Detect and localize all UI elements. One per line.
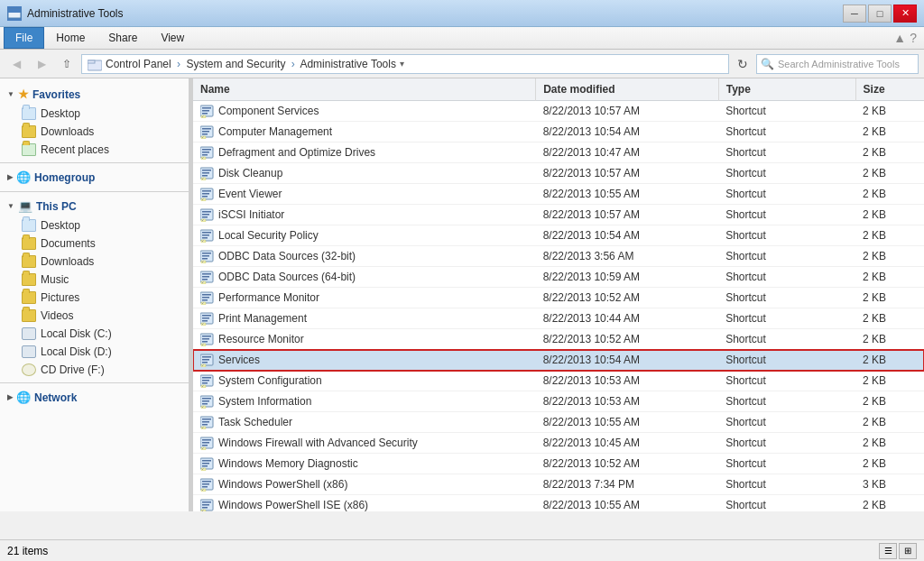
up-button[interactable]: ⇧ — [56, 54, 78, 74]
file-name-cell[interactable]: Performance Monitor — [193, 288, 536, 308]
file-name-cell[interactable]: Defragment and Optimize Drives — [193, 143, 536, 163]
sidebar-item-music[interactable]: Music — [0, 271, 189, 289]
file-icon — [200, 249, 215, 263]
breadcrumb-dropdown-icon[interactable]: ▾ — [400, 59, 404, 69]
file-name-cell[interactable]: Disk Cleanup — [193, 163, 536, 184]
table-row[interactable]: Windows PowerShell ISE (x86) 8/22/2013 1… — [193, 495, 924, 512]
table-row[interactable]: Windows Firewall with Advanced Security … — [193, 433, 924, 454]
item-count: 21 items — [7, 545, 48, 557]
column-header-size[interactable]: Size — [855, 78, 924, 101]
file-name-text: Windows Memory Diagnostic — [218, 457, 358, 470]
file-name-cell[interactable]: Windows Firewall with Advanced Security — [193, 433, 536, 454]
file-name-cell[interactable]: System Configuration — [193, 371, 536, 391]
file-name-cell[interactable]: System Information — [193, 391, 536, 412]
file-name-cell[interactable]: Windows Memory Diagnostic — [193, 454, 536, 474]
table-row[interactable]: Windows PowerShell (x86) 8/22/2013 7:34 … — [193, 474, 924, 495]
search-placeholder: Search Administrative Tools — [778, 59, 900, 69]
svg-rect-50 — [201, 261, 206, 263]
sidebar-section-network[interactable]: ▶ 🌐 Network — [0, 387, 189, 408]
column-header-date[interactable]: Date modified — [536, 78, 719, 101]
svg-rect-103 — [202, 445, 208, 446]
minimize-button[interactable]: ─ — [843, 5, 866, 23]
file-name-cell[interactable]: Computer Management — [193, 122, 536, 143]
title-bar: Administrative Tools ─ □ ✕ — [0, 0, 924, 27]
file-name-text: ODBC Data Sources (64-bit) — [218, 271, 356, 283]
sidebar-divider-2 — [0, 191, 189, 192]
ribbon-collapse-icon[interactable]: ▲ — [893, 31, 906, 45]
search-box[interactable]: 🔍 Search Administrative Tools — [756, 54, 919, 74]
table-row[interactable]: Component Services 8/22/2013 10:57 AM Sh… — [193, 101, 924, 122]
forward-button[interactable]: ▶ — [31, 54, 52, 74]
file-name-cell[interactable]: Services — [193, 350, 536, 371]
table-row[interactable]: Task Scheduler 8/22/2013 10:55 AM Shortc… — [193, 412, 924, 433]
sidebar-item-recent-places[interactable]: Recent places — [0, 141, 189, 159]
file-name-cell[interactable]: Resource Monitor — [193, 329, 536, 350]
sidebar-item-desktop-pc[interactable]: Desktop — [0, 216, 189, 235]
column-header-type[interactable]: Type — [718, 78, 855, 101]
column-header-name[interactable]: Name — [193, 78, 536, 101]
documents-label: Documents — [41, 237, 96, 250]
sidebar-section-favorites[interactable]: ▼ ★ Favorites — [0, 84, 189, 105]
table-row[interactable]: Computer Management 8/22/2013 10:54 AM S… — [193, 122, 924, 143]
file-name-cell[interactable]: Local Security Policy — [193, 225, 536, 246]
file-type-cell: Shortcut — [718, 454, 855, 474]
search-icon: 🔍 — [761, 58, 774, 70]
sidebar-item-videos[interactable]: Videos — [0, 307, 189, 325]
table-row[interactable]: iSCSI Initiator 8/22/2013 10:57 AM Short… — [193, 205, 924, 225]
sidebar-item-local-disk-d[interactable]: Local Disk (D:) — [0, 343, 189, 361]
file-name-cell[interactable]: Windows PowerShell (x86) — [193, 474, 536, 495]
file-date-cell: 8/22/2013 10:57 AM — [536, 163, 719, 184]
table-row[interactable]: Disk Cleanup 8/22/2013 10:57 AM Shortcut… — [193, 163, 924, 184]
maximize-button[interactable]: □ — [868, 5, 892, 23]
svg-rect-66 — [202, 317, 209, 319]
sidebar-item-cd-drive[interactable]: CD Drive (F:) — [0, 361, 189, 379]
desktop-pc-label: Desktop — [41, 219, 80, 232]
table-row[interactable]: System Configuration 8/22/2013 10:53 AM … — [193, 371, 924, 391]
file-name-cell[interactable]: ODBC Data Sources (64-bit) — [193, 267, 536, 288]
table-row[interactable]: Local Security Policy 8/22/2013 10:54 AM… — [193, 225, 924, 246]
tab-view[interactable]: View — [149, 27, 196, 49]
table-row[interactable]: Services 8/22/2013 10:54 AM Shortcut 2 K… — [193, 350, 924, 371]
svg-rect-32 — [201, 198, 206, 201]
table-row[interactable]: Resource Monitor 8/22/2013 10:52 AM Shor… — [193, 329, 924, 350]
network-label: Network — [34, 391, 77, 404]
address-path[interactable]: Control Panel › System and Security › Ad… — [81, 54, 729, 74]
table-row[interactable]: ODBC Data Sources (64-bit) 8/22/2013 10:… — [193, 267, 924, 288]
sidebar-section-homegroup[interactable]: ▶ 🌐 Homegroup — [0, 167, 189, 188]
table-row[interactable]: Event Viewer 8/22/2013 10:55 AM Shortcut… — [193, 184, 924, 205]
file-name-cell[interactable]: Task Scheduler — [193, 412, 536, 433]
tab-home[interactable]: Home — [44, 27, 97, 49]
file-name-cell[interactable]: ODBC Data Sources (32-bit) — [193, 246, 536, 267]
sidebar-item-downloads-pc[interactable]: Downloads — [0, 253, 189, 271]
svg-rect-26 — [201, 178, 206, 180]
sidebar-item-desktop-fav[interactable]: Desktop — [0, 105, 189, 123]
svg-rect-30 — [202, 193, 209, 195]
table-row[interactable]: Defragment and Optimize Drives 8/22/2013… — [193, 143, 924, 163]
sidebar-item-downloads-fav[interactable]: Downloads — [0, 123, 189, 141]
table-row[interactable]: Print Management 8/22/2013 10:44 AM Shor… — [193, 308, 924, 329]
file-name-cell[interactable]: iSCSI Initiator — [193, 205, 536, 225]
table-row[interactable]: ODBC Data Sources (32-bit) 8/22/2013 3:5… — [193, 246, 924, 267]
sidebar-section-thispc[interactable]: ▼ 💻 This PC — [0, 196, 189, 216]
sidebar-item-documents[interactable]: Documents — [0, 235, 189, 253]
table-row[interactable]: Performance Monitor 8/22/2013 10:52 AM S… — [193, 288, 924, 308]
tab-share[interactable]: Share — [97, 27, 149, 49]
table-row[interactable]: System Information 8/22/2013 10:53 AM Sh… — [193, 391, 924, 412]
help-icon[interactable]: ? — [910, 31, 917, 45]
table-row[interactable]: Windows Memory Diagnostic 8/22/2013 10:5… — [193, 454, 924, 474]
view-details-button[interactable]: ☰ — [879, 543, 897, 559]
refresh-button[interactable]: ↻ — [733, 54, 753, 74]
file-name-cell[interactable]: Component Services — [193, 101, 536, 122]
view-tiles-button[interactable]: ⊞ — [899, 543, 917, 559]
content-area: Name Date modified Type Size Component S… — [193, 78, 924, 511]
svg-rect-115 — [202, 486, 208, 488]
file-name-cell[interactable]: Print Management — [193, 308, 536, 329]
back-button[interactable]: ◀ — [5, 54, 27, 74]
file-name-cell[interactable]: Windows PowerShell ISE (x86) — [193, 495, 536, 512]
close-button[interactable]: ✕ — [893, 5, 917, 23]
file-name-cell[interactable]: Event Viewer — [193, 184, 536, 205]
sidebar-item-local-disk-c[interactable]: Local Disk (C:) — [0, 325, 189, 343]
view-buttons: ☰ ⊞ — [879, 543, 917, 559]
sidebar-item-pictures[interactable]: Pictures — [0, 289, 189, 307]
tab-file[interactable]: File — [4, 27, 44, 49]
